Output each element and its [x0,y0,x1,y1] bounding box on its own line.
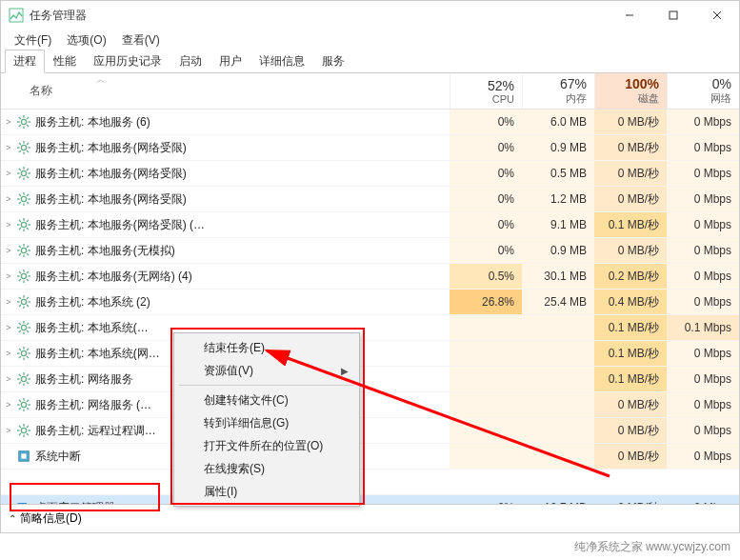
menu-view[interactable]: 查看(V) [116,30,166,50]
cell-cpu: 0% [450,110,522,134]
table-row[interactable]: >服务主机: 本地系统 (2)26.8%25.4 MB0.4 MB/秒0 Mbp… [1,290,739,315]
process-icon [14,321,33,334]
svg-line-37 [19,194,21,196]
menu-options[interactable]: 选项(O) [61,30,111,50]
table-row[interactable]: >服务主机: 本地系统(网…0.1 MB/秒0 Mbps [1,341,739,367]
expand-icon[interactable]: > [1,426,14,435]
cell-memory: 10.7 MB [522,495,594,504]
cell-network: 0 Mbps [667,418,739,443]
process-icon [14,192,33,206]
expand-icon[interactable]: > [1,143,14,152]
expand-icon[interactable]: > [1,271,14,281]
cell-cpu: 26.8% [450,290,522,314]
svg-point-50 [21,248,26,252]
process-name: 服务主机: 本地系统 (2) [33,294,450,310]
cell-disk: 0.2 MB/秒 [594,264,667,289]
process-icon [14,244,33,257]
column-header-disk[interactable]: 100% 磁盘 [594,73,667,109]
svg-line-46 [19,220,21,222]
cell-network: 0 Mbps [667,290,739,314]
svg-line-92 [27,356,29,358]
column-header-cpu[interactable]: 52% CPU [450,73,522,109]
svg-line-55 [19,246,21,248]
cell-cpu [450,444,522,469]
tab-5[interactable]: 详细信息 [250,50,313,73]
table-row[interactable]: >服务主机: 网络服务0.1 MB/秒0 Mbps [1,367,739,392]
svg-line-28 [19,169,21,170]
tab-2[interactable]: 应用历史记录 [85,50,170,73]
svg-line-111 [27,400,29,402]
svg-line-67 [19,279,21,281]
process-icon [14,167,33,180]
tab-6[interactable]: 服务 [313,50,353,73]
context-menu-item[interactable]: 创建转储文件(C) [177,389,356,411]
context-menu-item[interactable]: 结束任务(E) [177,336,356,359]
maximize-button[interactable] [651,1,695,30]
cell-disk: 0 MB/秒 [594,392,667,417]
minimize-button[interactable] [608,1,651,30]
column-header-name[interactable]: ︿ 名称 [1,73,450,109]
table-row[interactable]: >服务主机: 本地服务(网络受限)0%1.2 MB0 MB/秒0 Mbps [1,187,739,212]
svg-line-109 [19,400,21,402]
table-row[interactable]: >服务主机: 本地系统(…0.1 MB/秒0.1 Mbps [1,315,739,341]
process-name: 服务主机: 本地服务(网络受限) (… [33,217,450,233]
table-row[interactable]: >服务主机: 远程过程调…0 MB/秒0 Mbps [1,418,739,444]
column-header-name-label: 名称 [30,83,52,99]
tab-3[interactable]: 启动 [170,50,210,73]
svg-point-95 [21,376,26,381]
menu-file[interactable]: 文件(F) [9,30,57,50]
cell-memory [522,367,594,391]
context-menu-item[interactable]: 属性(I) [177,480,356,503]
process-icon [14,424,33,437]
cell-memory: 0.9 MB [522,135,594,160]
expand-icon[interactable]: > [1,297,14,307]
expand-icon[interactable]: > [1,323,14,332]
table-row[interactable]: 桌面窗口管理器0%10.7 MB0 MB/秒0 Mbps [1,495,739,504]
close-button[interactable] [695,1,739,30]
svg-point-14 [21,145,26,150]
table-row[interactable] [1,470,739,495]
context-menu-item[interactable]: 转到详细信息(G) [177,411,356,434]
table-row[interactable]: >服务主机: 本地服务 (6)0%6.0 MB0 MB/秒0 Mbps [1,110,739,135]
table-row[interactable]: >服务主机: 本地服务(网络受限)0%0.5 MB0 MB/秒0 Mbps [1,161,739,187]
expand-icon[interactable]: > [1,169,14,178]
cell-cpu [450,418,522,443]
column-header-memory[interactable]: 67% 内存 [522,73,594,109]
fewer-details-link[interactable]: 简略信息(D) [20,510,82,527]
expand-icon[interactable]: > [1,349,14,358]
svg-line-56 [27,253,29,255]
cell-memory: 0.5 MB [522,161,594,186]
expand-icon[interactable]: > [1,194,14,204]
tab-4[interactable]: 用户 [210,50,250,73]
svg-point-59 [21,273,26,278]
submenu-arrow-icon: ▶ [341,366,349,376]
cell-cpu: 0.5% [450,264,522,289]
process-list[interactable]: >服务主机: 本地服务 (6)0%6.0 MB0 MB/秒0 Mbps>服务主机… [1,110,739,504]
context-menu-item[interactable]: 在线搜索(S) [177,457,356,480]
context-menu-item[interactable]: 打开文件所在的位置(O) [177,434,356,457]
cell-disk: 0.1 MB/秒 [594,367,667,391]
column-header-network[interactable]: 0% 网络 [667,73,739,109]
expand-icon[interactable]: > [1,246,14,255]
table-row[interactable]: >服务主机: 本地服务(网络受限) (…0%9.1 MB0.1 MB/秒0 Mb… [1,212,739,238]
footer: ⌃ 简略信息(D) [1,504,739,532]
context-menu-item[interactable]: 资源值(V)▶ [177,359,356,382]
table-row[interactable]: 系统中断0 MB/秒0 Mbps [1,444,739,470]
tab-1[interactable]: 性能 [45,50,85,73]
cell-cpu: 0% [450,212,522,237]
cell-disk: 0 MB/秒 [594,418,667,443]
table-row[interactable]: >服务主机: 本地服务(无网络) (4)0.5%30.1 MB0.2 MB/秒0… [1,264,739,290]
expand-icon[interactable]: > [1,220,14,230]
table-row[interactable]: >服务主机: 网络服务 (…0 MB/秒0 Mbps [1,392,739,418]
svg-line-48 [27,220,29,222]
expand-icon[interactable]: > [1,117,14,127]
tab-0[interactable]: 进程 [5,50,45,73]
process-icon [14,372,33,386]
expand-icon[interactable]: > [1,374,14,384]
cell-cpu [450,315,522,340]
svg-line-31 [19,176,21,178]
expand-icon[interactable]: > [1,400,14,410]
svg-line-94 [19,356,21,358]
table-row[interactable]: >服务主机: 本地服务(无模拟)0%0.9 MB0 MB/秒0 Mbps [1,238,739,264]
table-row[interactable]: >服务主机: 本地服务(网络受限)0%0.9 MB0 MB/秒0 Mbps [1,135,739,161]
